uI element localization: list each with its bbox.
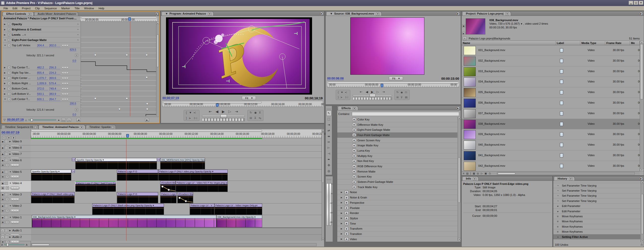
- keyframe-icon[interactable]: ◆: [146, 103, 149, 105]
- vertex-row[interactable]: ▶ ◔ Bottom Right ... 1,009.9 579.4 ◀◆▶: [3, 81, 80, 86]
- project-scrollbar[interactable]: ▲ ▼: [640, 41, 644, 171]
- display-style-icon[interactable]: ▦: [1, 186, 5, 190]
- value-y[interactable]: 579.4: [49, 82, 60, 85]
- tab-effects[interactable]: Effects ✕: [338, 106, 358, 110]
- track-lock-icon[interactable]: [5, 182, 8, 185]
- label-checkbox[interactable]: [560, 101, 563, 105]
- timeline-clip[interactable]: t/Gradient Black b: [177, 192, 193, 203]
- source-video[interactable]: [350, 17, 424, 75]
- track-name[interactable]: Video 8: [12, 146, 22, 149]
- project-toolbar-icon[interactable]: ▤: [466, 172, 468, 175]
- panel-menu-icon[interactable]: ▶: [456, 107, 460, 110]
- panel-menu-icon[interactable]: ▶: [639, 12, 643, 15]
- track-header[interactable]: ◉ ▼ Video 4 ▦ ◔ ◀◆▶: [0, 181, 31, 192]
- track-header[interactable]: ◉ ▼ Video 3 ▦ ◔ ◀◆▶: [0, 192, 31, 203]
- value-y[interactable]: 302.0: [49, 44, 60, 47]
- history-item[interactable]: ◑ Setting Filter Active: [553, 234, 640, 239]
- source-current-timecode[interactable]: 00:00:06:08: [327, 77, 344, 80]
- transport-button[interactable]: ◀: [216, 109, 219, 114]
- effects-list-item[interactable]: ▦ Difference Matte Key: [337, 122, 457, 128]
- label-checkbox[interactable]: [560, 90, 563, 94]
- playhead-marker[interactable]: [128, 17, 131, 21]
- effects-list-item[interactable]: ▶ ▦ Stylize: [337, 216, 457, 221]
- project-item-row[interactable]: 035_Background.mov Video 30.00 fps 00:0: [462, 87, 640, 98]
- minimize-button[interactable]: ▁: [629, 1, 633, 5]
- twirl-icon[interactable]: ▼: [9, 216, 11, 219]
- keyframe-icon[interactable]: ◆: [81, 97, 82, 100]
- tab-source[interactable]: ▼ Source: 038_Background.mov ✕: [326, 11, 382, 16]
- program-current-timecode[interactable]: 00;00;07;19: [162, 96, 179, 100]
- effects-list-item[interactable]: ▦ Remove Matte: [337, 169, 457, 174]
- track-output-icon[interactable]: ◉: [1, 193, 4, 196]
- tool-button[interactable]: ⇥: [326, 122, 331, 128]
- history-item[interactable]: ≡ Move Keyframes: [553, 219, 640, 224]
- effects-list-item[interactable]: ▶ ▦ Transform: [337, 226, 457, 231]
- twirl-icon[interactable]: ▶: [4, 72, 7, 74]
- project-item-row[interactable]: 037_Background.mov Video 30.00 fps 00:0: [462, 108, 640, 119]
- tab-history[interactable]: History ✕: [554, 176, 575, 181]
- monitor-option-button[interactable]: ⊞: [250, 116, 252, 120]
- keyframe-icon[interactable]: ◆: [146, 76, 148, 78]
- twirl-icon[interactable]: ▶: [341, 238, 343, 240]
- stopwatch-icon[interactable]: ◔: [77, 23, 79, 26]
- display-style-icon[interactable]: ▦: [1, 163, 5, 167]
- history-item[interactable]: ≡ Move Keyframes: [553, 214, 640, 219]
- twirl-icon[interactable]: ▶: [9, 236, 11, 238]
- history-item[interactable]: ◔ Set Parameter Time Varying: [553, 198, 640, 203]
- effects-list-item[interactable]: ▶ ▦ Noise: [337, 190, 457, 195]
- menu-item[interactable]: Title: [73, 7, 82, 10]
- project-item-row[interactable]: 034_Background.mov Video 30.00 fps 00:0: [462, 77, 640, 87]
- twirl-icon[interactable]: ▼: [9, 159, 11, 161]
- twirl-icon[interactable]: ▼: [9, 193, 11, 196]
- timeline-current-timecode[interactable]: 00:00:07:19: [2, 131, 19, 135]
- keyframe-nav[interactable]: ◀◆▶: [10, 209, 20, 212]
- timeline-clip[interactable]: Palazzo Logo LV -: [160, 192, 177, 203]
- timeline-tool-icon[interactable]: ⊂: [2, 136, 6, 139]
- timeline-clip[interactable]: Palazzo Logo P ONLY Swirl Front-Edge vid: [75, 181, 116, 192]
- effects-list-item[interactable]: ▦ Screen Key: [337, 174, 457, 180]
- track-name[interactable]: Video 6: [12, 159, 22, 162]
- track-output-icon[interactable]: ♪: [1, 229, 4, 232]
- tool-button[interactable]: ✂: [326, 139, 331, 145]
- value-x[interactable]: 600.1: [37, 98, 48, 101]
- label-checkbox[interactable]: [560, 48, 563, 52]
- keyframe-nav[interactable]: ◀◆▶: [10, 175, 20, 178]
- label-checkbox[interactable]: [560, 153, 563, 157]
- twirl-icon[interactable]: ▶: [9, 140, 11, 143]
- history-item[interactable]: ◔ Set Parameter Time Varying: [553, 188, 640, 193]
- vertex-row[interactable]: ▶ ◔ Bottom Cent... 372.0 749.4 ◀◆▶: [3, 86, 80, 91]
- track-output-icon[interactable]: ◉: [1, 146, 4, 149]
- project-item-row[interactable]: 032_Background.mov Video 30.00 fps 00:0: [462, 56, 640, 66]
- track-name[interactable]: Video 1: [12, 216, 22, 219]
- play-preview-icon[interactable]: ▶: [462, 32, 465, 35]
- project-item-row[interactable]: 041_Background.mov Video 30.00 fps 00:0: [462, 150, 640, 161]
- track-lock-icon[interactable]: [5, 170, 8, 174]
- label-checkbox[interactable]: [560, 164, 563, 168]
- marker-button[interactable]: {▷}: [194, 117, 197, 119]
- value-x[interactable]: 855.4: [37, 71, 48, 74]
- history-item[interactable]: ◔ Set Parameter Time Varying: [553, 183, 640, 188]
- keyframe-icon[interactable]: ◆: [81, 76, 82, 78]
- track-lock-icon[interactable]: [5, 193, 8, 196]
- track-name[interactable]: Audio 1: [12, 229, 22, 232]
- track-name[interactable]: Video 9: [12, 140, 22, 143]
- keyframe-icon[interactable]: ◆: [94, 97, 97, 100]
- show-keyframes-icon[interactable]: ◔: [6, 175, 9, 178]
- history-scrollbar[interactable]: ▲ ▼: [641, 181, 644, 242]
- keyframe-icon[interactable]: ◆: [126, 54, 128, 56]
- track-lock-icon[interactable]: [5, 229, 8, 232]
- effects-list-item[interactable]: ▦ Four-Point Garbage Matte: [337, 133, 457, 138]
- tab-close-icon[interactable]: ✕: [376, 13, 379, 15]
- effects-list-item[interactable]: ▦ Non Red Key: [337, 159, 457, 164]
- jog-disk[interactable]: [353, 97, 392, 100]
- show-keyframes-icon[interactable]: ◔: [6, 209, 9, 212]
- twirl-icon[interactable]: ▶: [341, 196, 343, 199]
- keyframe-icon[interactable]: ◆: [81, 87, 82, 89]
- timeline-clip[interactable]: 038_Background.mov city:Opacity ▾: [216, 215, 262, 227]
- track-lock-icon[interactable]: [5, 140, 8, 143]
- timeline-zoom-slider[interactable]: [4, 244, 24, 245]
- timeline-clip[interactable]: 038_Background.mov Opacity:Opacity ▾: [32, 215, 216, 227]
- timeline-clip[interactable]: t/Gradient Black t: [160, 181, 176, 192]
- timeline-content[interactable]: Sparkle Opacity:Opacity ▾ 151_MDElement.…: [31, 139, 322, 241]
- keyframe-icon[interactable]: ◆: [81, 92, 82, 94]
